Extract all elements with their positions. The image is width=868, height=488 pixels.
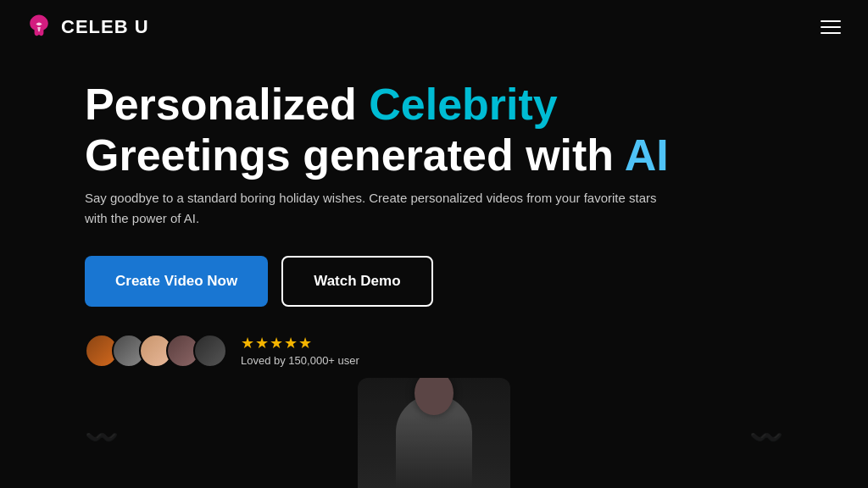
hero-section: Personalized Celebrity Greetings generat…	[0, 54, 868, 368]
logo-icon	[24, 12, 54, 42]
logo[interactable]: CELEB U	[24, 12, 149, 42]
title-part2: Greetings generated with	[85, 130, 625, 180]
title-part1: Personalized	[85, 80, 369, 129]
wave-right-icon: 〰️	[749, 421, 783, 453]
hamburger-button[interactable]	[817, 17, 844, 37]
social-proof: ★★★★★ Loved by 150,000+ user	[85, 334, 783, 368]
preview-center	[358, 378, 510, 488]
hamburger-line-2	[821, 26, 841, 28]
hamburger-line-1	[821, 20, 841, 22]
title-highlight1: Celebrity	[369, 80, 558, 129]
hero-subtitle: Say goodbye to a standard boring holiday…	[85, 188, 661, 229]
create-video-button[interactable]: Create Video Now	[85, 256, 268, 307]
star-rating: ★★★★★	[241, 334, 359, 352]
social-text-block: ★★★★★ Loved by 150,000+ user	[241, 334, 359, 367]
header: CELEB U	[0, 0, 868, 54]
avatar	[193, 334, 227, 368]
preview-right: 〰️	[732, 386, 800, 488]
wave-icon: 〰️	[85, 421, 119, 453]
bottom-preview: 〰️ 〰️	[0, 369, 868, 488]
logo-text: CELEB U	[61, 16, 149, 38]
preview-left: 〰️	[68, 386, 136, 488]
title-highlight2: AI	[625, 130, 669, 180]
user-count-label: Loved by 150,000+ user	[241, 354, 359, 367]
hero-title: Personalized Celebrity Greetings generat…	[85, 80, 783, 181]
hamburger-line-3	[821, 32, 841, 34]
avatar-group	[85, 334, 227, 368]
button-group: Create Video Now Watch Demo	[85, 256, 783, 307]
watch-demo-button[interactable]: Watch Demo	[281, 256, 432, 307]
